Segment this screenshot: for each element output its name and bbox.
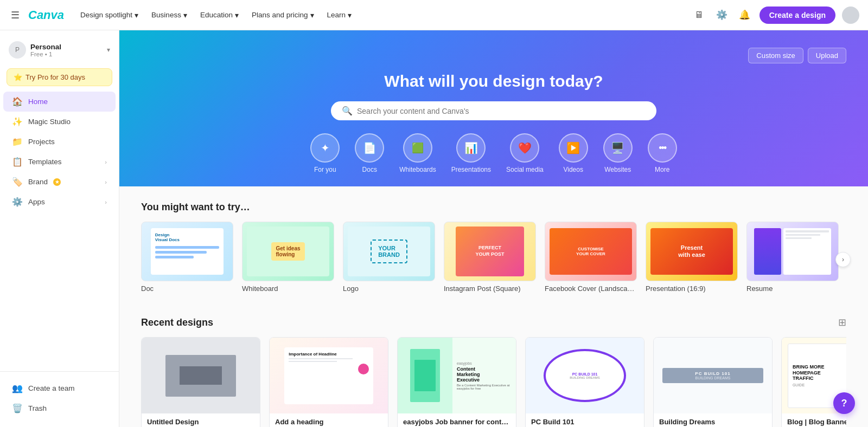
team-icon: 👥 — [12, 383, 23, 393]
category-for-you[interactable]: ✦ For you — [310, 133, 340, 173]
main-layout: P Personal Free • 1 ▾ ⭐ Try Pro for 30 d… — [0, 0, 868, 427]
recent-card-pc-build[interactable]: PC BUILD 101 BUILDING DREAMS PC Build 10… — [525, 337, 644, 427]
sidebar-item-projects[interactable]: 📁 Projects — [3, 132, 116, 152]
hero-title: What will you design today? — [141, 72, 846, 90]
sidebar-item-magic-studio[interactable]: ✨ Magic Studio — [3, 112, 116, 132]
settings-icon[interactable]: ⚙️ — [714, 7, 730, 23]
list-view-icon[interactable]: ⊞ — [838, 316, 846, 328]
home-icon: 🏠 — [12, 96, 23, 107]
menu-education[interactable]: Education — [195, 8, 244, 23]
menu-design-spotlight[interactable]: Design spotlight — [75, 8, 144, 23]
category-more[interactable]: ••• More — [648, 133, 677, 173]
recent-header: Recent designs ⊞ — [141, 316, 846, 328]
recent-cards-row: Untitled Design Facebook Cover Importanc… — [141, 337, 846, 427]
social-media-icon: ❤️ — [510, 133, 539, 163]
chevron-down-icon — [183, 11, 187, 20]
category-websites[interactable]: 🖥️ Websites — [603, 133, 633, 173]
star-icon: ⭐ — [14, 73, 22, 81]
sidebar: P Personal Free • 1 ▾ ⭐ Try Pro for 30 d… — [0, 30, 119, 427]
trash-icon: 🗑️ — [12, 403, 23, 413]
avatar[interactable] — [842, 7, 859, 24]
sidebar-item-home[interactable]: 🏠 Home — [3, 92, 116, 112]
category-presentations[interactable]: 📊 Presentations — [451, 133, 491, 173]
recent-card-info: Untitled Design Facebook Cover — [142, 413, 260, 427]
recent-card-untitled[interactable]: Untitled Design Facebook Cover — [141, 337, 260, 427]
sidebar-nav: 🏠 Home ✨ Magic Studio 📁 Projects 📋 Templ… — [0, 89, 119, 214]
custom-size-button[interactable]: Custom size — [748, 48, 803, 63]
chevron-down-icon — [310, 11, 314, 20]
hero-categories: ✦ For you 📄 Docs 🟩 Whiteboards 📊 Present… — [141, 133, 846, 173]
try-card-presentation[interactable]: Presentwith ease Presentation (16:9) — [646, 222, 738, 293]
sidebar-item-templates[interactable]: 📋 Templates › — [3, 152, 116, 172]
search-input[interactable] — [357, 107, 646, 115]
chevron-down-icon — [348, 11, 352, 20]
apps-icon: ⚙️ — [12, 197, 23, 207]
for-you-icon: ✦ — [310, 133, 340, 163]
sidebar-item-trash[interactable]: 🗑️ Trash — [3, 398, 116, 418]
menu-learn[interactable]: Learn — [322, 8, 358, 23]
menu-plans-pricing[interactable]: Plans and pricing — [246, 8, 320, 23]
try-section: You might want to try… DesignVisual Docs — [141, 202, 846, 297]
screen-icon[interactable]: 🖥 — [691, 7, 707, 23]
apps-arrow-icon: › — [105, 199, 107, 205]
menu-business[interactable]: Business — [146, 8, 193, 23]
recent-card-heading[interactable]: Importance of Headline Add a he — [269, 337, 388, 427]
create-design-button[interactable]: Create a design — [760, 7, 835, 24]
docs-icon: 📄 — [355, 133, 384, 163]
top-menu: Design spotlight Business Education Plan… — [75, 8, 685, 23]
search-icon: 🔍 — [342, 106, 353, 116]
try-section-title: You might want to try… — [141, 202, 846, 213]
category-whiteboards[interactable]: 🟩 Whiteboards — [399, 133, 436, 173]
category-docs[interactable]: 📄 Docs — [355, 133, 384, 173]
try-card-logo[interactable]: YOURBRAND Logo — [343, 222, 435, 293]
presentations-icon: 📊 — [456, 133, 486, 163]
main-content: Custom size Upload What will you design … — [119, 30, 868, 427]
topnav-actions: 🖥 ⚙️ 🔔 Create a design — [691, 7, 859, 24]
more-icon: ••• — [648, 133, 677, 163]
account-chevron-icon: ▾ — [107, 46, 110, 54]
sidebar-bottom-nav: 👥 Create a team 🗑️ Trash — [0, 376, 119, 420]
upload-button[interactable]: Upload — [808, 48, 846, 63]
sidebar-account-info: Personal Free • 1 — [30, 43, 107, 57]
templates-icon: 📋 — [12, 157, 23, 167]
templates-arrow-icon: › — [105, 159, 107, 165]
brand-arrow-icon: › — [105, 179, 107, 185]
sidebar-item-create-team[interactable]: 👥 Create a team — [3, 378, 116, 398]
recent-section-title: Recent designs — [141, 317, 838, 328]
hero-search-bar[interactable]: 🔍 — [331, 101, 656, 120]
sidebar-item-apps[interactable]: ⚙️ Apps › — [3, 192, 116, 212]
hamburger-menu[interactable]: ☰ — [9, 7, 22, 23]
recent-card-content-marketing[interactable]: easyjobs ContentMarketingExecutive Be a … — [397, 337, 516, 427]
brand-icon: 🏷️ — [12, 177, 23, 187]
hero-section: Custom size Upload What will you design … — [119, 30, 868, 186]
try-card-resume[interactable]: Resume — [746, 222, 839, 293]
account-plan: Free • 1 — [30, 51, 107, 57]
canva-logo[interactable]: Canva — [28, 8, 64, 22]
chevron-down-icon — [235, 11, 239, 20]
notification-icon[interactable]: 🔔 — [737, 7, 753, 23]
chevron-down-icon — [135, 11, 138, 20]
recent-section: Recent designs ⊞ — [141, 316, 846, 427]
magic-studio-icon: ✨ — [12, 117, 23, 127]
brand-badge: ★ — [53, 178, 61, 186]
try-card-whiteboard[interactable]: Get ideasflowing Whiteboard — [242, 222, 334, 293]
category-social-media[interactable]: ❤️ Social media — [506, 133, 544, 173]
category-videos[interactable]: ▶️ Videos — [559, 133, 588, 173]
sidebar-item-brand[interactable]: 🏷️ Brand ★ › — [3, 172, 116, 192]
try-cards-row: DesignVisual Docs Doc — [141, 222, 846, 297]
cards-scroll-right[interactable]: › — [835, 252, 851, 267]
hero-top-buttons: Custom size Upload — [141, 48, 846, 63]
help-button[interactable]: ? — [833, 392, 855, 414]
recent-card-blog-banner[interactable]: BRING MOREHOMEPAGETRAFFIC GUIDE 🖥 Blog |… — [781, 337, 846, 427]
sidebar-avatar: P — [9, 41, 26, 59]
sidebar-account[interactable]: P Personal Free • 1 ▾ — [0, 37, 119, 63]
try-card-doc[interactable]: DesignVisual Docs Doc — [141, 222, 233, 293]
recent-card-building-dreams[interactable]: PC BUILD 101 BUILDING DREAMS Building Dr… — [653, 337, 773, 427]
try-card-facebook[interactable]: CUSTOMISEYOUR COVER Facebook Cover (Land… — [545, 222, 637, 293]
account-name: Personal — [30, 43, 107, 51]
try-pro-button[interactable]: ⭐ Try Pro for 30 days — [7, 68, 112, 86]
try-card-instagram[interactable]: PERFECTYOUR POST Instagram Post (Square) — [444, 222, 536, 293]
sidebar-bottom: 👥 Create a team 🗑️ Trash — [0, 371, 119, 420]
content-area: You might want to try… DesignVisual Docs — [119, 186, 868, 427]
try-cards-scroll: DesignVisual Docs Doc — [141, 222, 846, 297]
